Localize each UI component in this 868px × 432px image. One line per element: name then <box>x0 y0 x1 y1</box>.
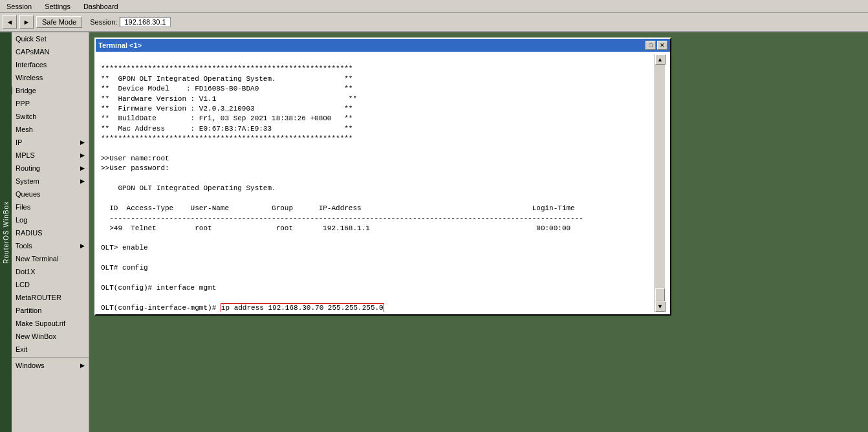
sidebar-item-quick-set[interactable]: ⚡ Quick Set <box>0 32 89 45</box>
sidebar-label-exit: Exit <box>16 345 27 353</box>
sidebar-item-switch[interactable]: ⊞ Switch <box>0 110 89 123</box>
sidebar-label-capsman: CAPsMAN <box>16 48 50 56</box>
sidebar-item-ip[interactable]: ⊟ IP ▶ <box>0 136 89 149</box>
sidebar-label-dot1x: Dot1X <box>16 268 36 275</box>
toolbar: ◄ ► Safe Mode Session: 192.168.30.1 <box>0 13 868 32</box>
sidebar-item-lcd[interactable]: ▭ LCD <box>0 278 89 291</box>
terminal-input[interactable]: ip address 192.168.30.70 255.255.255.0 <box>221 303 384 312</box>
terminal-restore-button[interactable]: □ <box>646 41 656 50</box>
terminal-body[interactable]: ****************************************… <box>96 52 670 314</box>
windows-arrow-icon: ▶ <box>80 362 85 369</box>
terminal-line-10: >>User password: <box>101 164 169 172</box>
sidebar-item-queues[interactable]: ▤ Queues <box>0 188 89 200</box>
sidebar-item-system[interactable]: ⚙ System ▶ <box>0 175 89 188</box>
scrollbar-track[interactable] <box>655 65 665 301</box>
sidebar-item-make-supout[interactable]: ◈ Make Supout.rif <box>0 317 89 330</box>
menu-dashboard[interactable]: Dashboard <box>80 1 122 12</box>
sidebar-item-new-winbox[interactable]: ○ New WinBox <box>0 330 89 343</box>
terminal-controls: □ ✕ <box>646 41 667 50</box>
session-ip: 192.168.30.1 <box>120 17 170 27</box>
sidebar-item-dot1x[interactable]: ● Dot1X <box>0 265 89 278</box>
forward-button[interactable]: ► <box>19 15 34 29</box>
terminal-line-15: OLT> enable <box>101 244 148 252</box>
sidebar: ⚡ Quick Set ● CAPsMAN ≡ Interfaces ◉ Wir… <box>0 32 89 432</box>
terminal-line-5: ** Firmware Version : V2.0.3_210903 ** <box>101 105 353 113</box>
sidebar-item-capsman[interactable]: ● CAPsMAN <box>0 45 89 58</box>
sidebar-item-new-terminal[interactable]: ▪ New Terminal <box>0 252 89 265</box>
terminal-line-7: ** Mac Address : E0:67:B3:7A:E9:33 ** <box>101 125 353 133</box>
sidebar-label-tools: Tools <box>16 242 32 250</box>
terminal-line-4: ** Hardware Version : V1.1 ** <box>101 95 357 103</box>
terminal-line-17: OLT(config)# interface mgmt <box>101 284 216 292</box>
sidebar-label-wireless: Wireless <box>16 74 43 81</box>
sidebar-item-metarouter[interactable]: ◈ MetaROUTER <box>0 291 89 304</box>
winbox-label-bar: RouterOS WinBox <box>0 32 12 432</box>
sidebar-label-mpls: MPLS <box>16 151 35 159</box>
sidebar-separator <box>0 357 89 358</box>
sidebar-label-mesh: Mesh <box>16 125 33 133</box>
sidebar-label-windows: Windows <box>16 362 45 369</box>
terminal-title: Terminal <1> <box>98 41 142 49</box>
content-area: RouterOS WinBox Terminal <1> □ ✕ *******… <box>89 32 868 432</box>
sidebar-label-system: System <box>16 177 39 185</box>
terminal-close-button[interactable]: ✕ <box>657 41 667 50</box>
sidebar-item-partition[interactable]: ◉ Partition <box>0 304 89 317</box>
sidebar-label-queues: Queues <box>16 190 41 198</box>
sidebar-item-exit[interactable]: ✕ Exit <box>0 343 89 356</box>
sidebar-label-routing: Routing <box>16 164 40 172</box>
sidebar-item-files[interactable]: ▣ Files <box>0 200 89 213</box>
sidebar-label-bridge: Bridge <box>16 87 36 94</box>
sidebar-label-lcd: LCD <box>16 281 30 288</box>
mpls-arrow-icon: ▶ <box>80 152 85 158</box>
terminal-prompt-line: OLT(config-interface-mgmt)# ip address 1… <box>101 303 384 312</box>
terminal-line-16: OLT# config <box>101 264 148 272</box>
menu-bar: Session Settings Dashboard <box>0 0 868 13</box>
terminal-content: ****************************************… <box>101 54 655 312</box>
terminal-scrollbar[interactable]: ▲ ▼ <box>655 54 665 312</box>
terminal-line-11: GPON OLT Integrated Operating System. <box>101 184 276 192</box>
sidebar-label-files: Files <box>16 203 30 211</box>
scroll-down-button[interactable]: ▼ <box>655 301 666 312</box>
sidebar-item-bridge[interactable]: ⬛ Bridge <box>0 84 89 97</box>
sidebar-label-radius: RADIUS <box>16 229 43 237</box>
terminal-line-8: ****************************************… <box>101 135 353 142</box>
sidebar-item-windows[interactable]: ■ Windows ▶ <box>0 359 89 372</box>
tools-arrow-icon: ▶ <box>80 243 85 249</box>
main-area: ⚡ Quick Set ● CAPsMAN ≡ Interfaces ◉ Wir… <box>0 32 868 432</box>
session-label: Session: <box>90 18 117 26</box>
sidebar-item-radius[interactable]: ◉ RADIUS <box>0 226 89 239</box>
terminal-line-12: ID Access-Type User-Name Group IP-Addres… <box>101 204 575 212</box>
terminal-line-6: ** BuildDate : Fri, 03 Sep 2021 18:38:26… <box>101 114 353 122</box>
terminal-line-3: ** Device Model : FD1608S-B0-BDA0 ** <box>101 85 353 92</box>
terminal-line-1: ****************************************… <box>101 65 353 72</box>
sidebar-item-wireless[interactable]: ◉ Wireless <box>0 71 89 84</box>
sidebar-label-partition: Partition <box>16 307 41 314</box>
terminal-titlebar: Terminal <1> □ ✕ <box>96 39 670 52</box>
terminal-line-14: >49 Telnet root root 192.168.1.1 00:00:0… <box>101 224 570 232</box>
sidebar-item-ppp[interactable]: ◈ PPP <box>0 97 89 110</box>
ip-arrow-icon: ▶ <box>80 139 85 146</box>
routing-arrow-icon: ▶ <box>80 165 85 171</box>
sidebar-label-quick-set: Quick Set <box>16 35 47 43</box>
sidebar-item-interfaces[interactable]: ≡ Interfaces <box>0 58 89 71</box>
sidebar-item-routing[interactable]: ↗ Routing ▶ <box>0 162 89 175</box>
back-button[interactable]: ◄ <box>3 15 17 29</box>
terminal-line-2: ** GPON OLT Integrated Operating System.… <box>101 75 353 83</box>
system-arrow-icon: ▶ <box>80 178 85 184</box>
scroll-up-button[interactable]: ▲ <box>655 54 666 65</box>
sidebar-item-tools[interactable]: 🔧 Tools ▶ <box>0 239 89 252</box>
terminal-line-13: ----------------------------------------… <box>101 214 583 222</box>
sidebar-item-log[interactable]: 📋 Log <box>0 213 89 226</box>
menu-settings[interactable]: Settings <box>41 1 74 12</box>
menu-session[interactable]: Session <box>3 1 36 12</box>
sidebar-label-new-winbox: New WinBox <box>16 332 56 340</box>
sidebar-label-make-supout: Make Supout.rif <box>16 319 65 327</box>
sidebar-item-mpls[interactable]: ○ MPLS ▶ <box>0 149 89 162</box>
sidebar-item-mesh[interactable]: ◎ Mesh <box>0 123 89 136</box>
sidebar-label-ppp: PPP <box>16 100 30 107</box>
scrollbar-thumb[interactable] <box>655 288 665 301</box>
safe-mode-button[interactable]: Safe Mode <box>36 16 82 28</box>
sidebar-label-metarouter: MetaROUTER <box>16 294 61 301</box>
sidebar-label-interfaces: Interfaces <box>16 61 47 69</box>
terminal-line-9: >>User name:root <box>101 155 169 162</box>
